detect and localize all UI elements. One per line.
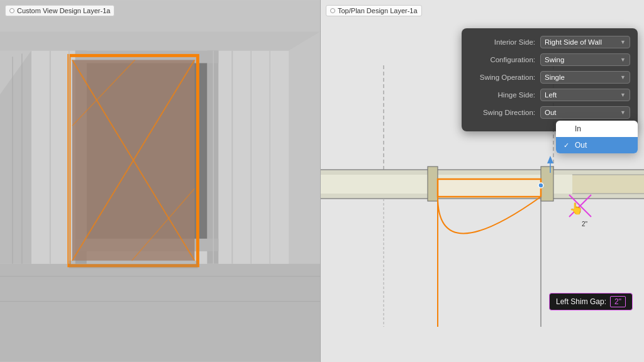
right-view-dot [330,8,335,13]
dropdown-item-in-label: In [575,124,581,133]
prop-row-configuration: Configuration: Swing ▼ [469,53,630,66]
prop-row-swing-direction: Swing Direction: Out ▼ [469,106,630,119]
svg-rect-33 [428,167,438,201]
hinge-side-chevron: ▼ [620,92,626,98]
left-panel-3d: Custom View Design Layer-1a [0,0,321,362]
svg-rect-37 [438,179,541,197]
swing-operation-select[interactable]: Single ▼ [540,71,630,84]
out-check: ✓ [564,141,571,150]
swing-direction-value: Out [545,109,557,116]
svg-marker-1 [0,264,320,362]
swing-direction-chevron: ▼ [620,109,626,116]
swing-operation-label: Swing Operation: [469,74,535,81]
left-view-label-text: Custom View Design Layer-1a [17,7,110,14]
dropdown-item-out[interactable]: ✓ Out [556,137,638,153]
svg-rect-28 [321,170,644,175]
swing-operation-chevron: ▼ [620,74,626,80]
prop-row-interior-side: Interior Side: Right Side of Wall ▼ [469,36,630,48]
svg-text:👆: 👆 [569,202,584,216]
svg-rect-49 [572,175,644,194]
prop-row-swing-operation: Swing Operation: Single ▼ [469,71,630,84]
configuration-chevron: ▼ [620,57,626,63]
right-view-label: Top/Plan Design Layer-1a [326,5,422,16]
configuration-value: Swing [545,56,564,63]
main-container: Custom View Design Layer-1a [0,0,644,362]
shim-gap-label: Left Shim Gap: 2" [549,293,633,310]
prop-row-hinge-side: Hinge Side: Left ▼ [469,89,630,101]
interior-side-value: Right Side of Wall [545,38,602,46]
swing-direction-label: Swing Direction: [469,109,535,116]
right-view-label-text: Top/Plan Design Layer-1a [338,7,418,14]
interior-side-label: Interior Side: [469,38,535,46]
hinge-side-value: Left [545,91,557,99]
svg-text:2": 2" [582,221,588,228]
shim-gap-text: Left Shim Gap: [556,297,606,306]
interior-side-select[interactable]: Right Side of Wall ▼ [540,36,630,48]
right-panel-plan: Top/Plan Design Layer-1a [321,0,644,362]
shim-gap-value[interactable]: 2" [610,296,626,307]
svg-rect-8 [207,50,218,263]
svg-rect-26 [69,261,198,268]
swing-direction-dropdown: In ✓ Out [556,121,638,153]
view-label-dot [9,8,14,13]
swing-operation-value: Single [545,74,565,81]
interior-side-chevron: ▼ [620,39,626,45]
hinge-side-label: Hinge Side: [469,91,535,99]
configuration-label: Configuration: [469,56,535,63]
properties-panel: Interior Side: Right Side of Wall ▼ Conf… [462,28,638,131]
dropdown-item-out-label: Out [575,141,587,150]
swing-direction-select[interactable]: Out ▼ [540,106,630,119]
configuration-select[interactable]: Swing ▼ [540,53,630,66]
dropdown-item-in[interactable]: In [556,121,638,137]
3d-scene [0,0,320,362]
svg-point-47 [538,183,543,188]
svg-marker-6 [0,31,320,50]
hinge-side-select[interactable]: Left ▼ [540,89,630,101]
left-view-label: Custom View Design Layer-1a [5,5,114,16]
